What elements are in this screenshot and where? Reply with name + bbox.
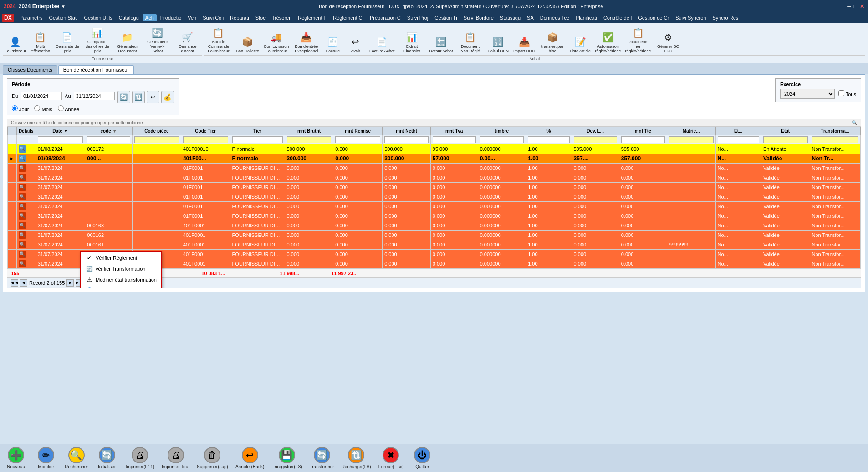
menu-item-ach[interactable]: Ach <box>143 14 157 21</box>
avoir-btn[interactable]: ↩ Avoir <box>345 34 367 55</box>
col-header-transforma[interactable]: Transforma... <box>810 127 860 135</box>
row-detail-btn[interactable]: 🔍 <box>16 154 36 163</box>
col-header-details[interactable]: Détails <box>16 127 36 135</box>
filter-tier[interactable] <box>230 135 285 144</box>
dropdown-icon[interactable]: ▼ <box>61 4 66 9</box>
filter-code-piece[interactable] <box>132 135 181 144</box>
menu-item-stoc[interactable]: Stoc <box>253 14 268 21</box>
btn-initialiser[interactable]: 🔄 Initialiser <box>96 447 118 469</box>
demande-de-prix-btn[interactable]: 📄 Demande de prix <box>53 29 82 55</box>
transfert-par-bloc-btn[interactable]: 📦 transfert par bloc <box>538 29 567 55</box>
document-non-regle-btn[interactable]: 📋 Document Non Réglé <box>456 29 485 55</box>
dx-logo[interactable]: DX <box>2 14 14 22</box>
btn-supprimer[interactable]: 🗑 Supprimer(sup) <box>197 447 228 469</box>
demande-achat-btn[interactable]: 🛒 Demande d'achat <box>173 29 202 55</box>
generateur-vente-achat-btn[interactable]: 🔄 Generateur Vente-> Achat <box>143 25 172 55</box>
facture-achat-btn[interactable]: 📄 Facture Achat <box>368 34 397 55</box>
filter-code[interactable] <box>85 135 132 144</box>
menu-item-productio[interactable]: Productio <box>158 14 184 21</box>
col-header-tier[interactable]: Tier <box>230 127 285 135</box>
nav-next-btn[interactable]: ► <box>66 279 74 287</box>
filter-percent[interactable] <box>526 135 572 144</box>
filter-mnt-brutht[interactable] <box>285 135 333 144</box>
menu-item-gestion-cr[interactable]: Gestion de Cr <box>635 14 672 21</box>
row-detail-btn[interactable]: 🔍 <box>16 144 36 154</box>
btn-quitter[interactable]: ⏻ Quitter <box>411 447 434 469</box>
filter-matric[interactable] <box>667 135 715 144</box>
menu-item-suivi-syncron[interactable]: Suivi Syncron <box>673 14 709 21</box>
menu-item-suivi-proj[interactable]: Suivi Proj <box>404 14 431 21</box>
filter-transforma[interactable] <box>810 135 860 144</box>
menu-item-gestion-utils[interactable]: Gestion Utils <box>81 14 115 21</box>
ctx-verifier-reglement[interactable]: ✔ Vérifier Réglement <box>81 252 161 263</box>
multi-affectation-btn[interactable]: 📋 MultiAffectation <box>29 29 52 55</box>
generateur-document-btn[interactable]: 📁 Générateur Document <box>113 29 142 55</box>
btn-transformer[interactable]: 🔄 Transformer <box>310 447 334 469</box>
bon-entree-btn[interactable]: 📥 Bon d'entrée Exceptionnel <box>292 29 321 55</box>
radio-mois[interactable]: Mois <box>34 105 52 112</box>
undo-btn[interactable]: ↩ <box>147 91 159 103</box>
menu-item-catalogu[interactable]: Catalogu <box>116 14 142 21</box>
btn-rechercher[interactable]: 🔍 Rechercher <box>65 447 88 469</box>
menu-item-statistiqu[interactable]: Statistiqu <box>497 14 523 21</box>
menu-item-donnees-tec[interactable]: Données Tec <box>537 14 572 21</box>
nav-first-btn[interactable]: ◄◄ <box>11 279 18 287</box>
col-header-code-tier[interactable]: Code Tier <box>181 127 230 135</box>
menu-item-preparation-c[interactable]: Préparation C <box>367 14 403 21</box>
retour-achat-btn[interactable]: 🔙 Retour Achat <box>427 34 454 55</box>
facture-btn[interactable]: 🧾 Facture <box>322 34 344 55</box>
col-header-timbre[interactable]: timbre <box>478 127 526 135</box>
menu-item-ven[interactable]: Ven <box>185 14 199 21</box>
window-controls[interactable]: ─ □ ✕ <box>847 3 864 10</box>
col-header-percent[interactable]: % <box>526 127 572 135</box>
menu-item-suivi-bordore[interactable]: Suivi Bordore <box>461 14 496 21</box>
exercice-select[interactable]: 2024 <box>780 89 835 99</box>
btn-imprimer[interactable]: 🖨 Imprimer(F11) <box>126 447 154 469</box>
filter-timbre[interactable] <box>478 135 526 144</box>
filter-dev-l[interactable] <box>572 135 619 144</box>
calcul-cbn-btn[interactable]: 🔢 Calcul CBN <box>486 34 511 55</box>
btn-nouveau[interactable]: ➕ Nouveau <box>5 447 27 469</box>
filter-date[interactable] <box>36 135 85 144</box>
menu-item-gestion-ti[interactable]: Gestion Ti <box>432 14 460 21</box>
to-date-input[interactable] <box>74 92 115 100</box>
menu-item-reglement-cl[interactable]: Règlement Cl <box>330 14 366 21</box>
search-icon[interactable]: 🔍 <box>852 120 857 125</box>
btn-recharger[interactable]: 🔃 Recharger(F6) <box>342 447 371 469</box>
menu-item-suivi-coli[interactable]: Suivi Coli <box>200 14 226 21</box>
autorisation-btn[interactable]: ✅ Autorisation réglés/période <box>593 29 623 55</box>
btn-imprimer-tout[interactable]: 🖨 Imprimer Tout <box>162 447 189 469</box>
tous-checkbox[interactable] <box>838 90 844 96</box>
menu-item-tresoreri[interactable]: Trésoreri <box>269 14 295 21</box>
filter-code-tier[interactable] <box>181 135 230 144</box>
col-header-code-piece[interactable]: Code pièce <box>132 127 181 135</box>
menu-item-gestion-stati[interactable]: Gestion Stati <box>46 14 80 21</box>
col-header-dev-l[interactable]: Dev. L... <box>572 127 619 135</box>
generer-bc-frs-btn[interactable]: ⚙ Générer BC FRS <box>654 29 683 55</box>
filter-mnt-ttc[interactable] <box>619 135 667 144</box>
col-header-code[interactable]: code ▼ <box>85 127 132 135</box>
menu-item-planificati[interactable]: Planificati <box>573 14 600 21</box>
filter-et[interactable] <box>715 135 761 144</box>
money-btn[interactable]: 💰 <box>161 91 174 103</box>
btn-modifier[interactable]: ✏ Modifier <box>35 447 57 469</box>
ctx-verifier-transformation[interactable]: 🔄 vérifier Transformation <box>81 263 161 274</box>
filter-etat[interactable] <box>761 135 810 144</box>
col-header-mnt-remise[interactable]: mnt Remise <box>333 127 383 135</box>
radio-jour[interactable]: Jour <box>12 105 29 112</box>
extrait-financier-btn[interactable]: 📊 Extrait Financier <box>397 29 426 55</box>
col-header-mnt-tva[interactable]: mnt Tva <box>430 127 478 135</box>
menu-item-reglement-f[interactable]: Règlement F <box>295 14 329 21</box>
filter-mnt-remise[interactable] <box>333 135 383 144</box>
col-header-date[interactable]: Date ▼ <box>36 127 85 135</box>
menu-item-controle[interactable]: Contrôle de l <box>601 14 634 21</box>
col-header-et[interactable]: Et... <box>715 127 761 135</box>
docs-non-regles-btn[interactable]: 📋 Documents non réglés/période <box>623 25 653 55</box>
comparatif-offres-btn[interactable]: 📊 Comparatif des offres de prix <box>83 25 112 55</box>
bon-commande-btn[interactable]: 📋 Bon de Commande Fournisseur <box>204 25 233 55</box>
menu-item-params[interactable]: Paramètrs <box>17 14 46 21</box>
menu-item-reparati[interactable]: Réparati <box>227 14 252 21</box>
table-wrapper[interactable]: Détails Date ▼ code ▼ Code pièce Code Ti… <box>7 127 861 269</box>
btn-enregistrer[interactable]: 💾 Enregistrer(F8) <box>271 447 302 469</box>
menu-item-sa[interactable]: SA <box>524 14 536 21</box>
